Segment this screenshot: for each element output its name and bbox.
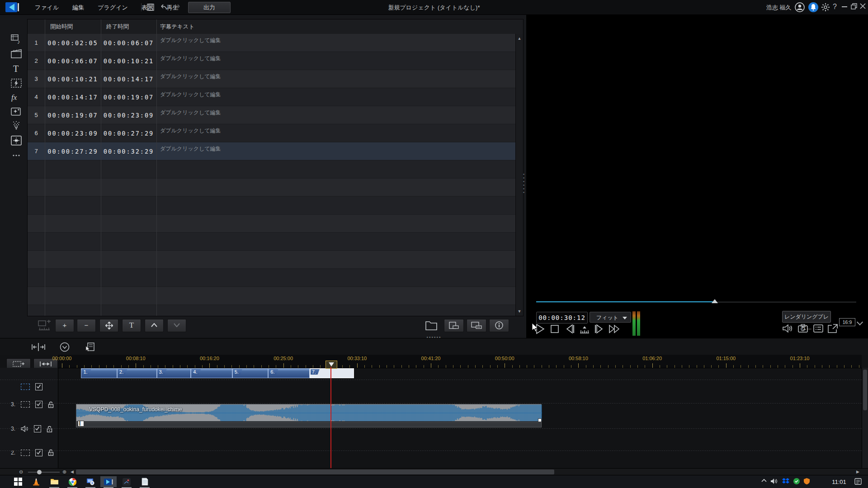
volume-icon[interactable] bbox=[782, 324, 793, 333]
effect-room-icon[interactable] bbox=[10, 47, 23, 60]
split-clip-icon[interactable] bbox=[32, 343, 45, 352]
end-time[interactable]: 00:00:32:29 bbox=[101, 148, 156, 155]
subtitle-segment-2.[interactable]: 2. bbox=[117, 368, 157, 378]
track-header-video-3.[interactable]: 3. bbox=[0, 393, 58, 416]
start-time[interactable]: 00:00:23:09 bbox=[45, 130, 101, 137]
output-button[interactable]: 出力 bbox=[188, 2, 231, 13]
menu-2[interactable]: プラグイン bbox=[91, 0, 135, 14]
add-subtitle-button[interactable]: + bbox=[55, 319, 74, 332]
powerdirector-icon[interactable] bbox=[100, 476, 117, 487]
previous-frame-icon[interactable] bbox=[563, 323, 576, 335]
keyframe-marker[interactable]: ▎ bbox=[78, 421, 84, 427]
remote-app-icon[interactable] bbox=[82, 476, 99, 487]
redo-icon[interactable] bbox=[173, 4, 182, 11]
timeline-zoom-slider[interactable] bbox=[28, 472, 60, 473]
export-srt-button[interactable] bbox=[467, 319, 486, 332]
tray-volume-icon[interactable] bbox=[770, 478, 778, 484]
subtitle-text[interactable]: ダブルクリックして編集 bbox=[156, 142, 516, 160]
track-header-video-2.[interactable]: 2. bbox=[0, 441, 58, 464]
track-lock-icon[interactable] bbox=[47, 426, 52, 432]
hscroll-thumb[interactable] bbox=[76, 469, 554, 474]
fast-forward-icon[interactable] bbox=[608, 323, 621, 335]
subtitle-room-icon[interactable] bbox=[10, 134, 23, 147]
render-range-icon[interactable] bbox=[60, 342, 70, 352]
preview-timecode[interactable]: 00:00:30:12 bbox=[536, 312, 588, 324]
track-enable-checkbox[interactable] bbox=[34, 425, 41, 432]
end-time[interactable]: 00:00:06:07 bbox=[101, 39, 156, 47]
render-preview-button[interactable]: レンダリングプレビ... bbox=[782, 311, 831, 323]
scroll-left-icon[interactable]: ◀ bbox=[71, 469, 74, 474]
start-time[interactable]: 00:00:10:21 bbox=[45, 75, 101, 83]
title-room-icon[interactable]: T bbox=[10, 62, 23, 75]
subtitle-text[interactable]: ダブルクリックして編集 bbox=[156, 88, 516, 106]
next-marker-icon[interactable] bbox=[578, 323, 591, 335]
list-icon[interactable] bbox=[813, 324, 824, 333]
audio-clip[interactable]: VSQPD_008_ookina_furudokei_chime ▎ bbox=[76, 404, 542, 427]
fx-room-icon[interactable]: fx bbox=[10, 91, 23, 103]
subtitle-segment-6.[interactable]: 6. bbox=[268, 368, 309, 378]
tray-green-icon[interactable] bbox=[793, 478, 800, 484]
subtitle-scrollbar[interactable]: ▲ ▼ bbox=[515, 34, 523, 316]
playhead-marker[interactable] bbox=[326, 361, 337, 369]
track-lock-icon[interactable] bbox=[48, 401, 54, 408]
taskbar-clock[interactable]: 11:01 bbox=[826, 479, 853, 485]
start-time[interactable]: 00:00:06:07 bbox=[45, 57, 101, 65]
transition-room-icon[interactable] bbox=[10, 77, 23, 89]
move-subtitle-button[interactable] bbox=[99, 319, 118, 332]
end-time[interactable]: 00:00:23:09 bbox=[101, 112, 156, 119]
end-time[interactable]: 00:00:10:21 bbox=[101, 57, 156, 65]
tray-expand-icon[interactable] bbox=[761, 478, 767, 483]
zoom-mode-dropdown[interactable]: フィット bbox=[590, 312, 631, 323]
aspect-ratio-badge[interactable]: 16:9 bbox=[839, 318, 855, 326]
scroll-up-icon[interactable]: ▲ bbox=[517, 36, 522, 41]
track-header-audio-3.[interactable]: 3. bbox=[0, 416, 58, 441]
subtitle-text[interactable]: ダブルクリックして編集 bbox=[156, 52, 516, 70]
menu-1[interactable]: 編集 bbox=[66, 0, 91, 14]
zoom-in-icon[interactable]: ⊕ bbox=[62, 469, 66, 475]
vertical-splitter[interactable]: •••••• bbox=[523, 173, 525, 193]
track-header-subtitle-s[interactable] bbox=[0, 381, 58, 393]
track-header-audio-2.[interactable]: 2. bbox=[0, 464, 58, 468]
avatar[interactable] bbox=[795, 2, 805, 12]
track-enable-checkbox[interactable] bbox=[35, 449, 42, 456]
subtitle-segment-5.[interactable]: 5. bbox=[232, 368, 269, 378]
restore-icon[interactable] bbox=[851, 3, 857, 9]
timeline-vertical-scrollbar[interactable] bbox=[862, 368, 868, 468]
horizontal-splitter[interactable]: •••••• bbox=[423, 335, 445, 340]
dark-app-icon[interactable] bbox=[118, 476, 135, 487]
media-room-icon[interactable]: ♪ bbox=[10, 33, 23, 46]
end-time[interactable]: 00:00:27:29 bbox=[101, 130, 156, 137]
start-time[interactable]: 00:00:14:17 bbox=[45, 94, 101, 101]
seek-thumb[interactable] bbox=[712, 299, 718, 303]
import-srt-button[interactable] bbox=[444, 319, 464, 332]
detach-window-icon[interactable] bbox=[827, 324, 838, 333]
timeline-zoom-thumb[interactable] bbox=[37, 470, 42, 474]
end-time[interactable]: 00:00:14:17 bbox=[101, 75, 156, 83]
next-frame-icon[interactable] bbox=[593, 323, 606, 335]
import-folder-button[interactable] bbox=[425, 320, 438, 331]
info-button[interactable] bbox=[489, 319, 509, 332]
track-enable-checkbox[interactable] bbox=[35, 401, 42, 408]
start-time[interactable]: 00:00:27:29 bbox=[45, 148, 101, 155]
subtitle-text[interactable]: ダブルクリックして編集 bbox=[156, 124, 516, 142]
pip-objects-room-icon[interactable] bbox=[10, 105, 23, 118]
text-format-button[interactable]: T bbox=[122, 319, 141, 332]
tray-dropbox-icon[interactable] bbox=[782, 478, 789, 484]
subtitle-text[interactable]: ダブルクリックして編集 bbox=[156, 70, 516, 88]
seek-bar-track[interactable] bbox=[714, 302, 856, 302]
notepad-icon[interactable] bbox=[137, 476, 153, 487]
subtitle-segment-4.[interactable]: 4. bbox=[191, 368, 232, 378]
subtitle-segment-7.[interactable]: 7. bbox=[310, 368, 354, 378]
clip-resize-handle[interactable] bbox=[538, 418, 542, 422]
merge-down-button[interactable] bbox=[167, 319, 186, 332]
end-time[interactable]: 00:00:19:07 bbox=[101, 94, 156, 101]
playhead-line[interactable] bbox=[330, 367, 331, 468]
notification-center-icon[interactable] bbox=[854, 478, 862, 485]
help-icon[interactable]: ? bbox=[833, 3, 837, 11]
merge-up-button[interactable] bbox=[145, 319, 164, 332]
notifications-bell-icon[interactable] bbox=[808, 2, 818, 12]
track-enable-checkbox[interactable] bbox=[35, 383, 42, 390]
zoom-out-icon[interactable]: ⊖ bbox=[19, 469, 23, 475]
scroll-right-icon[interactable]: ▶ bbox=[856, 469, 859, 474]
vlc-icon[interactable] bbox=[28, 476, 44, 487]
